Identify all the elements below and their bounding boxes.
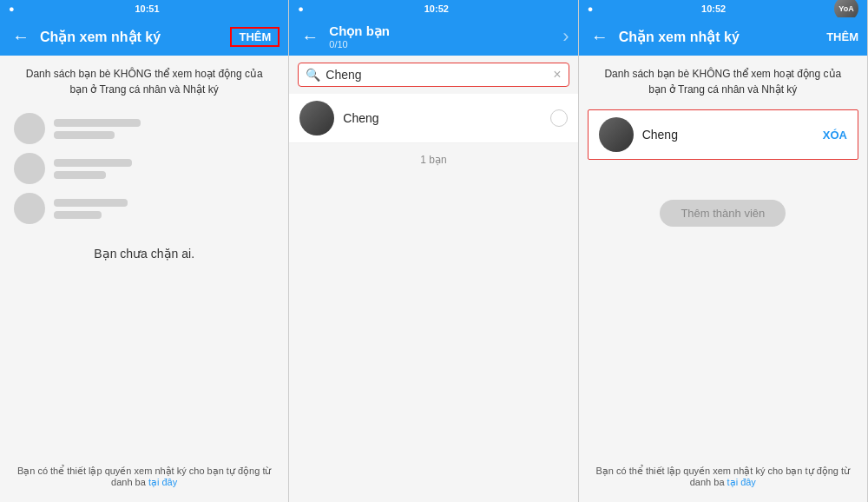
chon-title-wrap: Chọn bạn 0/10 bbox=[329, 23, 556, 50]
clear-search-icon[interactable]: × bbox=[553, 67, 561, 83]
friend-avatar-img bbox=[299, 101, 334, 135]
status-bar-1: ● 10:51 bbox=[0, 0, 288, 17]
friend-item-cheng[interactable]: Cheng bbox=[289, 94, 577, 143]
placeholder-lines-1 bbox=[54, 119, 141, 139]
blocked-name-cheng: Cheng bbox=[642, 128, 814, 142]
status-time-2: 10:52 bbox=[424, 3, 449, 14]
placeholder-line-e bbox=[54, 199, 128, 207]
add-button-3[interactable]: THÊM bbox=[826, 30, 858, 43]
status-signal-3: ● bbox=[588, 3, 594, 14]
search-bar: 🔍 × bbox=[298, 63, 569, 87]
top-bar-3: ← Chặn xem nhật ký THÊM bbox=[579, 17, 867, 56]
bottom-text-3: Bạn có thể thiết lập quyền xem nhật ký c… bbox=[596, 466, 851, 487]
placeholder-item-1 bbox=[14, 113, 274, 144]
placeholder-avatar-2 bbox=[14, 153, 45, 184]
search-input[interactable] bbox=[326, 68, 548, 82]
status-signal-2: ● bbox=[298, 3, 304, 14]
status-time-1: 10:51 bbox=[135, 3, 159, 14]
placeholder-lines-2 bbox=[54, 159, 132, 179]
friend-avatar-cheng bbox=[299, 101, 334, 135]
placeholder-item-3 bbox=[14, 193, 274, 224]
bottom-link-3: Bạn có thể thiết lập quyền xem nhật ký c… bbox=[579, 457, 867, 497]
empty-message-1: Bạn chưa chặn ai. bbox=[0, 233, 288, 274]
bottom-link-anchor-1[interactable]: tại đây bbox=[148, 477, 177, 487]
friend-name-cheng: Cheng bbox=[343, 111, 541, 125]
bottom-link-anchor-3[interactable]: tại đây bbox=[727, 477, 756, 487]
blocked-item-cheng: Cheng XÓA bbox=[588, 109, 858, 160]
back-button-3[interactable]: ← bbox=[588, 25, 612, 49]
placeholder-line-b bbox=[54, 131, 115, 139]
bottom-link-1: Bạn có thể thiết lập quyền xem nhật ký c… bbox=[0, 457, 288, 497]
back-button-1[interactable]: ← bbox=[9, 25, 33, 49]
status-bar-2: ● 10:52 bbox=[289, 0, 577, 17]
confirm-add-button: Thêm thành viên bbox=[660, 200, 786, 227]
signal-icon-3: ● bbox=[588, 3, 594, 14]
bottom-text-1: Bạn có thể thiết lập quyền xem nhật ký c… bbox=[17, 466, 272, 487]
panel-2-choose-friend: ● 10:52 ← Chọn bạn 0/10 › 🔍 × Cheng 1 bạ… bbox=[289, 0, 578, 502]
signal-icon: ● bbox=[9, 3, 15, 14]
top-bar-1: ← Chặn xem nhật ký THÊM bbox=[0, 17, 288, 56]
content-1: Danh sách bạn bè KHÔNG thể xem hoạt động… bbox=[0, 56, 288, 502]
page-title-1: Chặn xem nhật ký bbox=[40, 29, 223, 45]
description-text-1: Danh sách bạn bè KHÔNG thể xem hoạt động… bbox=[0, 56, 288, 104]
chon-count: 0/10 bbox=[329, 39, 556, 50]
status-bar-3: ● 10:52 YoA bbox=[579, 0, 867, 17]
search-icon: 🔍 bbox=[306, 68, 320, 82]
page-title-3: Chặn xem nhật ký bbox=[619, 29, 819, 45]
placeholder-list bbox=[0, 104, 288, 233]
placeholder-item-2 bbox=[14, 153, 274, 184]
status-time-3: 10:52 bbox=[701, 3, 726, 14]
placeholder-line-d bbox=[54, 171, 106, 179]
content-3: Danh sách bạn bè KHÔNG thể xem hoạt động… bbox=[579, 56, 867, 502]
status-signal-1: ● bbox=[9, 3, 15, 14]
yoa-label: YoA bbox=[838, 4, 853, 13]
forward-icon[interactable]: › bbox=[562, 25, 569, 48]
placeholder-line-c bbox=[54, 159, 132, 167]
placeholder-lines-3 bbox=[54, 199, 128, 219]
placeholder-line-f bbox=[54, 211, 102, 219]
friend-checkbox-cheng[interactable] bbox=[550, 109, 568, 127]
add-button-1[interactable]: THÊM bbox=[230, 27, 279, 47]
placeholder-avatar-1 bbox=[14, 113, 45, 144]
placeholder-line-a bbox=[54, 119, 141, 127]
friend-count-label: 1 bạn bbox=[289, 143, 577, 171]
chon-header: ← Chọn bạn 0/10 › bbox=[289, 17, 577, 56]
chon-title: Chọn bạn bbox=[329, 23, 556, 39]
blocked-avatar-cheng bbox=[599, 117, 634, 152]
panel-1-block-diary: ● 10:51 ← Chặn xem nhật ký THÊM Danh sác… bbox=[0, 0, 289, 502]
back-button-2[interactable]: ← bbox=[298, 25, 322, 49]
description-text-3: Danh sách bạn bè KHÔNG thể xem hoạt động… bbox=[579, 56, 867, 104]
signal-icon-2: ● bbox=[298, 3, 304, 14]
placeholder-avatar-3 bbox=[14, 193, 45, 224]
remove-button-cheng[interactable]: XÓA bbox=[823, 129, 847, 142]
panel-3-block-diary-after: ● 10:52 YoA ← Chặn xem nhật ký THÊM Danh… bbox=[579, 0, 868, 502]
